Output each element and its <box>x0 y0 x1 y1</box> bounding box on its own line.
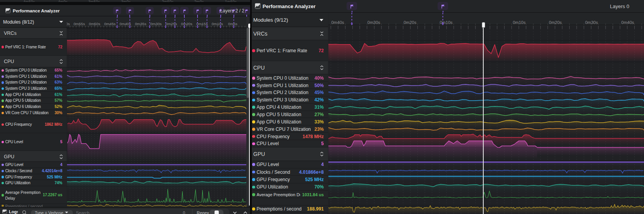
svg-text:0m30s: 0m30s <box>368 20 381 25</box>
svg-text:0m35s: 0m35s <box>135 22 146 26</box>
svg-text:0m50s: 0m50s <box>89 22 100 26</box>
svg-text:0m15s: 0m15s <box>196 22 208 26</box>
svg-text:0m40s: 0m40s <box>120 22 131 26</box>
svg-text:0m20s: 0m20s <box>181 22 192 26</box>
svg-text:0m10s: 0m10s <box>440 20 453 25</box>
svg-text:1m0s: 1m0s <box>67 22 70 26</box>
svg-text:0m40s: 0m40s <box>331 20 344 25</box>
svg-text:0m5s: 0m5s <box>228 22 237 26</box>
svg-text:0m25s: 0m25s <box>166 22 177 26</box>
svg-text:0m45s: 0m45s <box>104 22 116 26</box>
svg-text:0m55s: 0m55s <box>74 22 85 26</box>
svg-text:0m10s: 0m10s <box>212 22 223 26</box>
svg-text:0m10s: 0m10s <box>513 20 526 25</box>
svg-text:0m30s: 0m30s <box>585 20 598 25</box>
svg-text:0m40s: 0m40s <box>621 20 634 25</box>
svg-text:0m20s: 0m20s <box>549 20 562 25</box>
svg-text:0m30s: 0m30s <box>150 22 162 26</box>
svg-text:0m20s: 0m20s <box>404 20 417 25</box>
